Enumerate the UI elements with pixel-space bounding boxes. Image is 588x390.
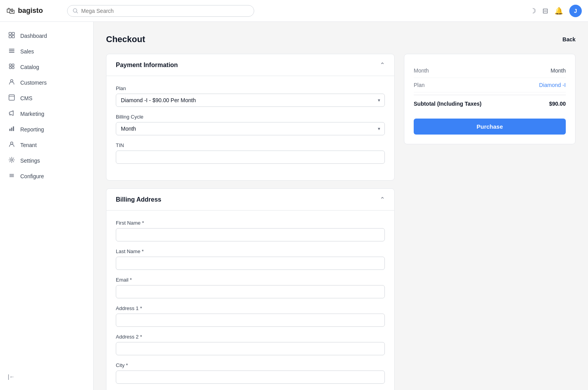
- svg-rect-7: [9, 50, 14, 51]
- sidebar-collapse-button[interactable]: |←: [0, 370, 93, 384]
- billing-collapse-icon[interactable]: ⌃: [380, 196, 385, 203]
- svg-rect-17: [11, 128, 12, 131]
- plan-field-group: Plan Diamond -I - $90.00 Per Month Silve…: [116, 85, 385, 107]
- svg-rect-3: [12, 32, 14, 35]
- billing-cycle-field-group: Billing Cycle Month Year: [116, 114, 385, 135]
- svg-point-13: [11, 80, 13, 82]
- email-field-group: Email *: [116, 277, 385, 298]
- customers-icon: [8, 79, 16, 87]
- first-name-label: First Name *: [116, 220, 385, 226]
- nav-right: ☽ ⊟ 🔔 J: [530, 5, 582, 17]
- tin-label: TIN: [116, 142, 385, 148]
- moon-icon[interactable]: ☽: [530, 7, 536, 15]
- plan-select-wrap: Diamond -I - $90.00 Per Month Silver -I …: [116, 94, 385, 107]
- billing-card-header: Billing Address ⌃: [106, 189, 394, 211]
- content-grid: Payment Information ⌃ Plan Diamond -I - …: [106, 54, 576, 390]
- city-label: City *: [116, 362, 385, 368]
- sidebar-item-catalog[interactable]: Catalog: [0, 59, 93, 75]
- billing-cycle-select-wrap: Month Year: [116, 122, 385, 135]
- svg-rect-11: [9, 67, 11, 69]
- svg-rect-10: [12, 64, 14, 66]
- sidebar-item-label: Catalog: [20, 64, 39, 70]
- last-name-field-group: Last Name *: [116, 248, 385, 270]
- monitor-icon[interactable]: ⊟: [542, 7, 548, 15]
- address1-field-group: Address 1 *: [116, 305, 385, 327]
- payment-collapse-icon[interactable]: ⌃: [380, 61, 385, 69]
- summary-row-plan: Plan Diamond -I: [414, 78, 566, 92]
- sidebar-item-tenant[interactable]: Tenant: [0, 137, 93, 153]
- payment-card-header: Payment Information ⌃: [106, 54, 394, 76]
- billing-card-body: First Name * Last Name * Email * Ad: [106, 211, 394, 390]
- right-column: Month Month Plan Diamond -I Subtotal (In…: [404, 54, 576, 390]
- email-label: Email *: [116, 277, 385, 283]
- sidebar-item-sales[interactable]: Sales: [0, 44, 93, 59]
- sales-icon: [8, 48, 16, 55]
- back-button[interactable]: Back: [563, 36, 576, 43]
- billing-address-card: Billing Address ⌃ First Name * Last Name…: [106, 188, 395, 390]
- billing-card-title: Billing Address: [116, 196, 161, 203]
- sidebar-item-settings[interactable]: Settings: [0, 153, 93, 168]
- billing-cycle-label: Billing Cycle: [116, 114, 385, 120]
- svg-point-20: [11, 159, 13, 161]
- reporting-icon: [8, 126, 16, 133]
- sidebar: Dashboard Sales Catalog Customers CMS: [0, 22, 94, 390]
- sidebar-item-customers[interactable]: Customers: [0, 75, 93, 90]
- tin-input[interactable]: [116, 151, 385, 164]
- city-input[interactable]: [116, 370, 385, 384]
- page-title: Checkout: [106, 34, 145, 44]
- address1-input[interactable]: [116, 314, 385, 327]
- billing-cycle-select[interactable]: Month Year: [116, 122, 385, 135]
- svg-rect-16: [9, 129, 11, 131]
- bell-icon[interactable]: 🔔: [554, 7, 563, 15]
- summary-month-key: Month: [414, 67, 429, 74]
- sidebar-item-dashboard[interactable]: Dashboard: [0, 28, 93, 44]
- logo-area: 🛍 bagisto: [6, 6, 61, 16]
- svg-rect-5: [12, 35, 14, 38]
- city-field-group: City *: [116, 362, 385, 384]
- sidebar-item-label: Marketing: [20, 111, 44, 117]
- first-name-input[interactable]: [116, 228, 385, 241]
- payment-card-body: Plan Diamond -I - $90.00 Per Month Silve…: [106, 76, 394, 180]
- svg-rect-8: [9, 52, 14, 53]
- last-name-label: Last Name *: [116, 248, 385, 254]
- search-bar[interactable]: [67, 5, 254, 17]
- page-header: Checkout Back: [106, 34, 576, 44]
- left-column: Payment Information ⌃ Plan Diamond -I - …: [106, 54, 395, 390]
- search-input[interactable]: [81, 8, 248, 14]
- sidebar-item-label: Reporting: [20, 126, 44, 133]
- sidebar-item-label: Settings: [20, 158, 40, 164]
- email-input[interactable]: [116, 285, 385, 298]
- svg-rect-14: [9, 95, 14, 100]
- svg-point-19: [11, 142, 13, 144]
- catalog-icon: [8, 63, 16, 71]
- svg-rect-2: [9, 32, 11, 35]
- sidebar-item-configure[interactable]: Configure: [0, 168, 93, 184]
- sidebar-item-reporting[interactable]: Reporting: [0, 122, 93, 137]
- purchase-button[interactable]: Purchase: [414, 119, 566, 135]
- svg-rect-6: [9, 49, 14, 50]
- summary-subtotal-row: Subtotal (Including Taxes) $90.00: [414, 95, 566, 112]
- sidebar-item-label: Dashboard: [20, 33, 47, 39]
- avatar[interactable]: J: [569, 5, 582, 17]
- logo-text: bagisto: [18, 7, 43, 15]
- sidebar-item-marketing[interactable]: Marketing: [0, 106, 93, 122]
- address2-input[interactable]: [116, 342, 385, 355]
- plan-select[interactable]: Diamond -I - $90.00 Per Month Silver -I …: [116, 94, 385, 107]
- payment-information-card: Payment Information ⌃ Plan Diamond -I - …: [106, 54, 395, 181]
- layout: Dashboard Sales Catalog Customers CMS: [0, 22, 588, 390]
- last-name-input[interactable]: [116, 257, 385, 270]
- summary-row-month: Month Month: [414, 64, 566, 78]
- summary-subtotal-val: $90.00: [549, 101, 566, 107]
- svg-rect-18: [13, 126, 14, 131]
- marketing-icon: [8, 110, 16, 118]
- sidebar-item-cms[interactable]: CMS: [0, 90, 93, 106]
- search-icon: [73, 8, 78, 14]
- configure-icon: [8, 172, 16, 180]
- main-content: Checkout Back Payment Information ⌃ Plan: [94, 22, 588, 390]
- plan-label: Plan: [116, 85, 385, 91]
- summary-subtotal-key: Subtotal (Including Taxes): [414, 101, 482, 107]
- svg-rect-9: [9, 64, 11, 66]
- summary-plan-val: Diamond -I: [539, 82, 566, 88]
- first-name-field-group: First Name *: [116, 220, 385, 241]
- payment-card-title: Payment Information: [116, 62, 178, 69]
